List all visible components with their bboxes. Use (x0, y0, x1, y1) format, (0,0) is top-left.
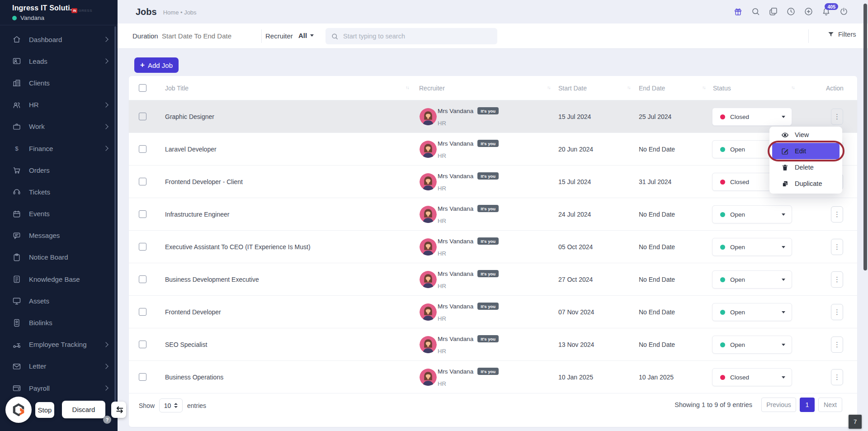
sort-icon[interactable]: ↑↓ (547, 85, 550, 90)
row-checkbox[interactable] (139, 243, 146, 251)
row-checkbox[interactable] (139, 113, 146, 120)
sidebar-item-tickets[interactable]: Tickets (0, 181, 118, 203)
sidebar-item-hr[interactable]: HR (0, 94, 118, 116)
status-dropdown[interactable]: Closed (712, 368, 792, 386)
row-checkbox[interactable] (139, 210, 146, 218)
row-actions-button[interactable]: ⋮ (831, 304, 843, 320)
sidebar-item-work[interactable]: Work (0, 116, 118, 137)
sidebar-item-leads[interactable]: Leads (0, 50, 118, 72)
recruiter-name: Mrs Vandana (438, 368, 473, 375)
sidebar-item-employee-tracking[interactable]: Employee Tracking (0, 334, 118, 355)
next-page-button[interactable]: Next (818, 398, 842, 412)
row-actions-button[interactable]: ⋮ (831, 369, 843, 385)
its-you-badge: It's you (477, 107, 499, 114)
recruiter-dropdown[interactable]: All (298, 32, 314, 39)
menu-item-label: Edit (795, 147, 806, 155)
job-title: Executive Assistant To CEO (IT Experienc… (165, 231, 311, 263)
select-all-checkbox[interactable] (139, 84, 146, 92)
topbar: Jobs Home • Jobs 405 (118, 0, 868, 24)
recruiter-name: Mrs Vandana (438, 205, 473, 212)
status-dropdown[interactable]: Open (712, 303, 792, 321)
row-actions-button[interactable]: ⋮ (831, 336, 843, 353)
menu-item-delete[interactable]: Delete (769, 159, 842, 175)
duration-input[interactable] (162, 32, 257, 40)
status-dropdown[interactable]: Closed (712, 108, 792, 126)
row-actions-button[interactable]: ⋮ (831, 206, 843, 223)
row-actions-button[interactable]: ⋮ (831, 239, 843, 255)
stop-button[interactable]: Stop (35, 402, 54, 418)
sidebar-item-events[interactable]: Events (0, 203, 118, 225)
gift-icon[interactable] (733, 7, 743, 17)
row-checkbox[interactable] (139, 145, 146, 153)
page-size-select[interactable]: 10 (159, 398, 183, 412)
recruiter-value: All (298, 32, 307, 39)
sidebar-item-orders[interactable]: Orders (0, 159, 118, 181)
menu-item-view[interactable]: View (769, 127, 842, 143)
status-dropdown[interactable]: Open (712, 238, 792, 256)
status-label: Open (730, 244, 745, 251)
sidebar-item-payroll[interactable]: Payroll (0, 377, 118, 399)
search-icon[interactable] (751, 7, 761, 17)
chevron-down-icon (782, 246, 785, 248)
menu-item-duplicate[interactable]: Duplicate (769, 175, 842, 192)
row-checkbox[interactable] (139, 341, 146, 348)
current-page-button[interactable]: 1 (800, 398, 815, 412)
menu-item-edit[interactable]: Edit (772, 143, 840, 159)
show-label: Show (139, 402, 155, 409)
briefcase-icon (12, 122, 22, 132)
recruiter-role: HR (438, 283, 446, 289)
sidebar-item-label: Orders (29, 166, 108, 174)
row-actions-button[interactable]: ⋮ (831, 109, 843, 125)
row-checkbox[interactable] (139, 275, 146, 283)
row-checkbox[interactable] (139, 178, 146, 185)
recorder-logo[interactable] (5, 397, 32, 423)
table-row: Business Development ExecutiveMrs Vandan… (129, 263, 857, 296)
help-badge[interactable]: ? (103, 416, 111, 424)
its-you-badge: It's you (477, 205, 499, 212)
sidebar-item-notice-board[interactable]: Notice Board (0, 246, 118, 268)
sidebar-item-assets[interactable]: Assets (0, 290, 118, 312)
sort-icon[interactable]: ↑↓ (406, 85, 409, 90)
menu-item-label: Delete (795, 164, 814, 171)
sidebar-item-messages[interactable]: Messages (0, 225, 118, 246)
plus-circle-icon[interactable] (804, 7, 814, 17)
pages-icon[interactable] (769, 7, 778, 17)
discard-button[interactable]: Discard (62, 401, 105, 418)
sort-icon[interactable]: ↑↓ (627, 85, 630, 90)
bell-icon[interactable]: 405 (821, 7, 831, 17)
status-dropdown[interactable]: Open (712, 205, 792, 223)
add-job-button[interactable]: + Add Job (134, 57, 179, 73)
clock-icon[interactable] (786, 7, 796, 17)
chevron-right-icon (103, 124, 108, 129)
search-input[interactable] (343, 33, 492, 40)
sidebar-item-letter[interactable]: Letter (0, 355, 118, 377)
page-scrollbar[interactable] (863, 4, 867, 270)
end-date: No End Date (639, 231, 675, 263)
search-box[interactable] (326, 28, 497, 44)
swap-button[interactable] (111, 402, 126, 418)
previous-page-button[interactable]: Previous (761, 398, 796, 412)
sidebar-item-dashboard[interactable]: Dashboard (0, 28, 118, 50)
row-checkbox[interactable] (139, 373, 146, 381)
sidebar-scrollbar[interactable] (114, 26, 116, 415)
start-date: 15 Jul 2024 (558, 166, 591, 198)
table-row: Graphic DesignerMrs VandanaIt's youHR15 … (129, 100, 857, 133)
start-date: 07 Nov 2024 (558, 296, 594, 328)
pagination: Showing 1 to 9 of 9 entries Previous 1 N… (675, 398, 842, 412)
row-checkbox[interactable] (139, 308, 146, 316)
row-context-menu: ViewEditDeleteDuplicate (769, 127, 842, 194)
status-dropdown[interactable]: Open (712, 270, 792, 289)
sidebar-item-label: Letter (29, 362, 104, 370)
status-dropdown[interactable]: Open (712, 336, 792, 354)
sidebar-item-finance[interactable]: $Finance (0, 137, 118, 159)
start-date: 24 Jul 2024 (558, 198, 591, 230)
sort-icon[interactable]: ↑↓ (791, 85, 794, 90)
sidebar-item-clients[interactable]: Clients (0, 72, 118, 94)
row-actions-button[interactable]: ⋮ (831, 271, 843, 288)
filters-button[interactable]: Filters (827, 31, 856, 38)
sort-icon[interactable]: ↑↓ (702, 85, 705, 90)
sidebar-item-knowledge-base[interactable]: Knowledge Base (0, 268, 118, 290)
power-icon[interactable] (839, 7, 849, 17)
its-you-badge: It's you (477, 140, 499, 147)
sidebar-item-biolinks[interactable]: Biolinks (0, 312, 118, 333)
